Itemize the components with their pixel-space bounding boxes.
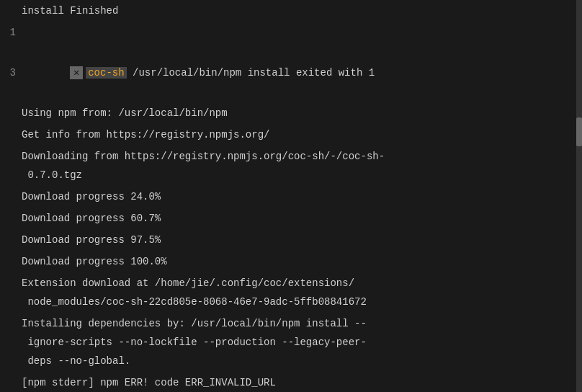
cmd-rest: /usr/local/bin/npm install exited with 1 [127, 67, 375, 79]
scrollbar[interactable] [576, 0, 582, 392]
cmd-highlight: coc-sh [86, 67, 126, 79]
line-text: Download progress 24.0% [22, 187, 582, 206]
line-item: Download progress 60.7% [0, 208, 582, 229]
line-text: [npm stderr] npm ERR! code ERR_INVALID_U… [22, 373, 582, 392]
line-item: Get info from https://registry.npmjs.org… [0, 124, 582, 146]
line-text: ✕coc-sh /usr/local/bin/npm install exite… [22, 45, 582, 101]
line-item: Download progress 24.0% [0, 186, 582, 208]
line-item: Extension download at /home/jie/.config/… [0, 272, 582, 313]
line-number: 3 [0, 63, 22, 82]
line-text: install Finished [22, 1, 582, 20]
error-line: 3 ✕coc-sh /usr/local/bin/npm install exi… [0, 43, 582, 102]
line-text: Using npm from: /usr/local/bin/npm [22, 104, 582, 122]
terminal-window: install Finished 1 3 ✕coc-sh /usr/local/… [0, 0, 582, 392]
line-item: Download progress 97.5% [0, 229, 582, 251]
line-text: Downloading from https://registry.npmjs.… [22, 147, 582, 184]
line-item: Downloading from https://registry.npmjs.… [0, 146, 582, 186]
scrollbar-thumb[interactable] [576, 117, 582, 146]
line-item: [npm stderr] npm ERR! code ERR_INVALID_U… [0, 372, 582, 392]
line-text: Installing dependencies by: /usr/local/b… [22, 314, 582, 370]
line-text: Download progress 60.7% [22, 209, 582, 228]
line-text: Extension download at /home/jie/.config/… [22, 274, 582, 311]
line-text: Download progress 97.5% [22, 231, 582, 249]
line-item: install Finished [0, 0, 582, 22]
line-item: Using npm from: /usr/local/bin/npm [0, 102, 582, 124]
error-box: ✕ [70, 66, 83, 79]
line-item: Download progress 100.0% [0, 251, 582, 272]
line-text: Download progress 100.0% [22, 252, 582, 271]
terminal-content: install Finished 1 3 ✕coc-sh /usr/local/… [0, 0, 582, 392]
line-item: 1 [0, 22, 582, 43]
line-item: Installing dependencies by: /usr/local/b… [0, 313, 582, 372]
line-text: Get info from https://registry.npmjs.org… [22, 125, 582, 144]
line-number: 1 [0, 23, 22, 42]
